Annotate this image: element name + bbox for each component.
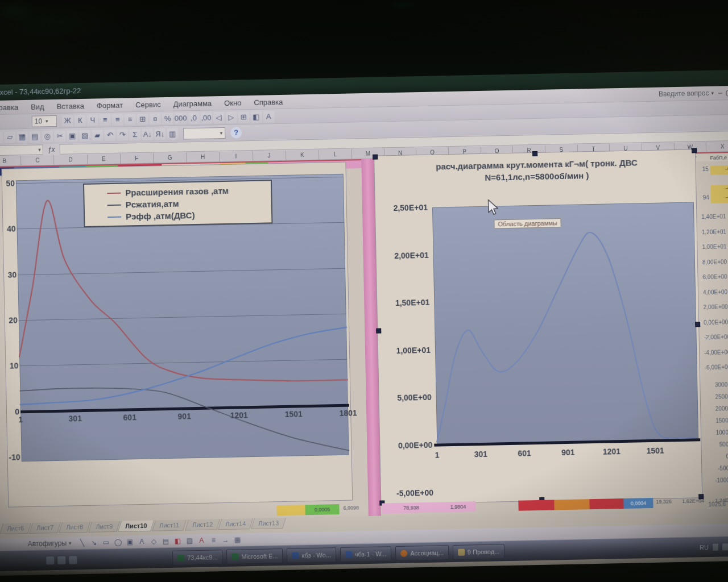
quick-launch-icon[interactable] <box>46 556 54 564</box>
format-painter-icon[interactable]: ▰ <box>92 130 103 141</box>
menu-Окно[interactable]: Окно <box>218 98 248 107</box>
panel-yellow-cell[interactable]: -4,58 <box>711 194 728 203</box>
decrease-decimal-icon[interactable]: ,00 <box>200 112 212 123</box>
tray-icon[interactable] <box>713 543 718 550</box>
undo-icon[interactable]: ↶ <box>104 129 115 140</box>
print-icon[interactable]: ▤ <box>29 131 40 142</box>
sheet-tab-Лист14[interactable]: Лист14 <box>218 518 253 530</box>
left-chart-legend[interactable]: Ррасширения газов ,атм Рсжатия,атм Рэфф … <box>83 180 272 227</box>
clip-art-icon[interactable]: ▤ <box>160 537 171 545</box>
fill-color-icon[interactable]: ◧ <box>250 111 262 122</box>
bottom-cell-orange[interactable] <box>554 499 589 510</box>
font-size-select[interactable]: 10 ▾ <box>32 115 57 127</box>
autoshapes-button[interactable]: Автофигуры ▾ <box>23 539 76 548</box>
column-header-D[interactable]: D <box>54 155 88 165</box>
sheet-tab-Лист8[interactable]: Лист8 <box>59 522 90 533</box>
task-button[interactable]: кбз - Wo... <box>287 547 336 563</box>
column-header-E[interactable]: E <box>88 154 121 165</box>
sheet-tab-Лист12[interactable]: Лист12 <box>185 519 220 530</box>
borders-icon[interactable]: ⊞ <box>238 111 249 123</box>
task-button[interactable]: Microsoft E... <box>226 548 283 564</box>
menu-Диаграмма[interactable]: Диаграмма <box>167 99 218 109</box>
zoom-select[interactable]: ▾ <box>183 127 225 139</box>
task-button[interactable]: 73,44кс9... <box>172 550 223 566</box>
panel-yellow-cell[interactable]: -4,61 <box>710 185 728 194</box>
increase-decimal-icon[interactable]: ,0 <box>188 112 199 123</box>
menu-Формат[interactable]: Формат <box>90 101 129 110</box>
paste-icon[interactable]: ▨ <box>79 130 90 141</box>
column-header-B[interactable]: B <box>0 156 22 167</box>
line-icon[interactable]: ╲ <box>77 539 87 547</box>
bottom-cell-blue[interactable]: 0,0004 <box>623 498 653 509</box>
task-button[interactable]: чбз-1 - W... <box>340 546 392 562</box>
bottom-cell-red[interactable] <box>518 500 554 510</box>
currency-icon[interactable]: ¤ <box>150 113 161 124</box>
cut-icon[interactable]: ✂ <box>54 130 65 142</box>
shadow-icon[interactable]: ▦ <box>232 535 242 543</box>
sort-ascending-icon[interactable]: А↓ <box>142 128 153 140</box>
line-color-icon[interactable]: ▨ <box>184 537 195 544</box>
menu-Правка[interactable]: Правка <box>0 103 24 112</box>
align-left-icon[interactable]: ≡ <box>100 114 111 125</box>
bottom-cell-red2[interactable] <box>589 498 623 509</box>
selection-handle[interactable] <box>532 151 537 156</box>
minimize-button[interactable]: – <box>718 89 722 97</box>
bottom-cell-green[interactable]: 0,0005 <box>305 504 339 515</box>
name-box[interactable]: ▾ <box>0 144 43 156</box>
text-box-icon[interactable]: ▣ <box>125 538 135 546</box>
fill-color-icon[interactable]: ◧ <box>172 537 183 545</box>
panel-yellow-cell[interactable]: -4,72 <box>710 165 728 175</box>
font-color-icon[interactable]: А <box>263 111 274 122</box>
task-button[interactable]: Ассоциац... <box>395 545 449 561</box>
sheet-tab-Лист7[interactable]: Лист7 <box>29 522 61 534</box>
italic-icon[interactable]: К <box>75 114 86 126</box>
quick-launch-icon[interactable] <box>57 556 65 564</box>
sheet-tab-Лист11[interactable]: Лист11 <box>152 519 187 531</box>
bottom-cell-pink2[interactable]: 1,9804 <box>440 501 475 512</box>
menu-Вставка[interactable]: Вставка <box>51 101 91 110</box>
open-file-icon[interactable]: ▱ <box>4 131 15 143</box>
new-document-icon[interactable]: ▯ <box>0 131 3 143</box>
increase-indent-icon[interactable]: ▷ <box>225 111 237 123</box>
column-header-C[interactable]: C <box>21 155 55 166</box>
column-header-K[interactable]: K <box>286 150 320 161</box>
selection-handle[interactable] <box>376 328 381 333</box>
font-color-icon[interactable]: A <box>196 537 206 544</box>
sheet-tab-Лист9[interactable]: Лист9 <box>88 521 120 533</box>
restore-button[interactable]: ▢ <box>726 89 728 97</box>
decrease-indent-icon[interactable]: ◁ <box>213 111 224 123</box>
menu-Сервис[interactable]: Сервис <box>129 99 167 109</box>
quick-launch-icon[interactable] <box>69 556 77 564</box>
column-header-I[interactable]: I <box>220 151 253 162</box>
merge-center-icon[interactable]: ⊞ <box>137 113 148 124</box>
help-button[interactable]: ? <box>230 127 242 138</box>
menu-Справка[interactable]: Справка <box>247 97 289 106</box>
column-header-G[interactable]: G <box>154 152 187 163</box>
print-preview-icon[interactable]: ◎ <box>42 131 53 142</box>
task-button[interactable]: 9 Провод... <box>453 544 505 560</box>
column-header-F[interactable]: F <box>121 153 154 164</box>
chart-wizard-icon[interactable]: ▥ <box>167 128 178 139</box>
arrow-icon[interactable]: ↘ <box>89 539 99 547</box>
line-style-icon[interactable]: ≡ <box>208 536 218 544</box>
column-header-L[interactable]: L <box>319 149 353 160</box>
selection-handle[interactable] <box>373 155 378 160</box>
redo-icon[interactable]: ↷ <box>117 129 128 140</box>
percent-icon[interactable]: % <box>162 113 173 124</box>
right-chart[interactable]: расч.диаграмма крут.момента кГ¬м( тронк.… <box>374 149 702 504</box>
underline-icon[interactable]: Ч <box>87 114 98 126</box>
column-header-H[interactable]: H <box>187 152 220 163</box>
sheet-tab-Лист13[interactable]: Лист13 <box>251 518 286 529</box>
autosum-icon[interactable]: Σ <box>129 128 140 140</box>
oval-icon[interactable]: ◯ <box>113 538 123 546</box>
bottom-cell-yellow[interactable] <box>276 505 305 516</box>
align-right-icon[interactable]: ≡ <box>125 114 136 125</box>
diagram-icon[interactable]: ◇ <box>148 537 159 545</box>
copy-icon[interactable]: ▣ <box>67 130 78 142</box>
tray-icon[interactable] <box>722 543 728 550</box>
sheet-tab-Лист6[interactable]: Лист6 <box>0 523 31 534</box>
column-header-J[interactable]: J <box>253 151 286 161</box>
align-center-icon[interactable]: ≡ <box>112 114 123 125</box>
wordart-icon[interactable]: А <box>136 538 147 546</box>
left-chart[interactable]: 50403020100-10 1301601901120115011801 Рр… <box>1 162 353 508</box>
